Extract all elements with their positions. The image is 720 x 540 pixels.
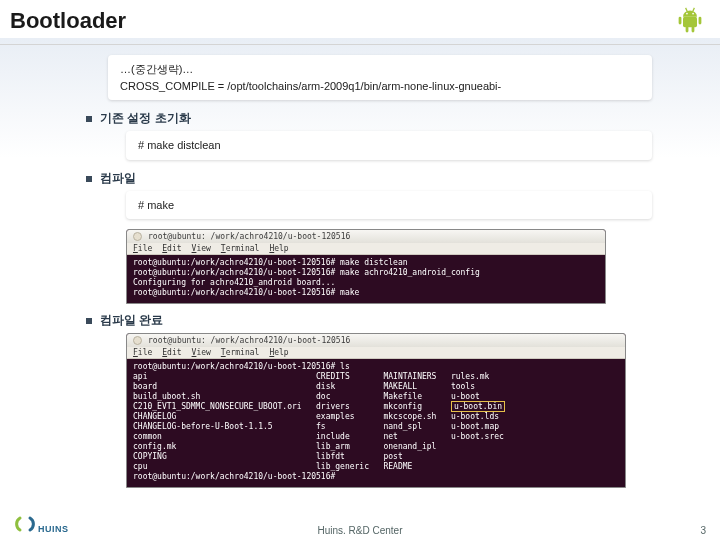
svg-rect-3 [686,26,689,32]
menu-help[interactable]: Help [269,348,288,357]
terminal-window-2: root@ubuntu: /work/achro4210/u-boot-1205… [126,333,626,488]
svg-point-7 [686,13,688,15]
section-done: 컴파일 완료 [86,312,692,329]
terminal-body: root@ubuntu:/work/achro4210/u-boot-12051… [127,359,625,487]
svg-rect-1 [679,17,682,25]
menu-terminal[interactable]: Terminal [221,244,260,253]
slide-title: Bootloader [10,8,676,34]
menu-edit[interactable]: Edit [162,244,181,253]
android-icon [676,6,704,36]
svg-rect-2 [699,17,702,25]
omit-line: …(중간생략)… [120,61,640,78]
menu-file[interactable]: File [133,348,152,357]
cmd-distclean: # make distclean [138,139,221,151]
section-done-label: 컴파일 완료 [100,312,163,329]
code-box-cross-compile: …(중간생략)… CROSS_COMPILE = /opt/toolchains… [108,55,652,100]
cmd-make: # make [138,199,174,211]
svg-rect-0 [683,17,697,28]
svg-point-8 [692,13,694,15]
section-init: 기존 설정 초기화 [86,110,692,127]
bullet-icon [86,176,92,182]
code-box-make: # make [126,191,652,220]
menu-file[interactable]: File [133,244,152,253]
menu-terminal[interactable]: Terminal [221,348,260,357]
menu-help[interactable]: Help [269,244,288,253]
menu-view[interactable]: View [192,244,211,253]
terminal-body: root@ubuntu:/work/achro4210/u-boot-12051… [127,255,605,303]
terminal-titlebar: root@ubuntu: /work/achro4210/u-boot-1205… [127,230,605,243]
slide-header: Bootloader [0,0,720,45]
terminal-menubar: File Edit View Terminal Help [127,243,605,255]
cross-compile-line: CROSS_COMPILE = /opt/toolchains/arm-2009… [120,78,640,95]
menu-edit[interactable]: Edit [162,348,181,357]
terminal-menubar: File Edit View Terminal Help [127,347,625,359]
menu-view[interactable]: View [192,348,211,357]
window-control-icon [133,336,142,345]
section-compile: 컴파일 [86,170,692,187]
slide-footer: Huins. R&D Center 3 [0,525,720,536]
terminal-titlebar: root@ubuntu: /work/achro4210/u-boot-1205… [127,334,625,347]
footer-center: Huins. R&D Center [0,525,720,536]
terminal-title-text: root@ubuntu: /work/achro4210/u-boot-1205… [148,336,350,345]
window-control-icon [133,232,142,241]
bullet-icon [86,318,92,324]
bullet-icon [86,116,92,122]
terminal-window-1: root@ubuntu: /work/achro4210/u-boot-1205… [126,229,606,304]
terminal-title-text: root@ubuntu: /work/achro4210/u-boot-1205… [148,232,350,241]
svg-line-6 [693,8,695,12]
svg-line-5 [686,8,688,12]
section-init-label: 기존 설정 초기화 [100,110,191,127]
code-box-distclean: # make distclean [126,131,652,160]
svg-rect-4 [692,26,695,32]
section-compile-label: 컴파일 [100,170,136,187]
